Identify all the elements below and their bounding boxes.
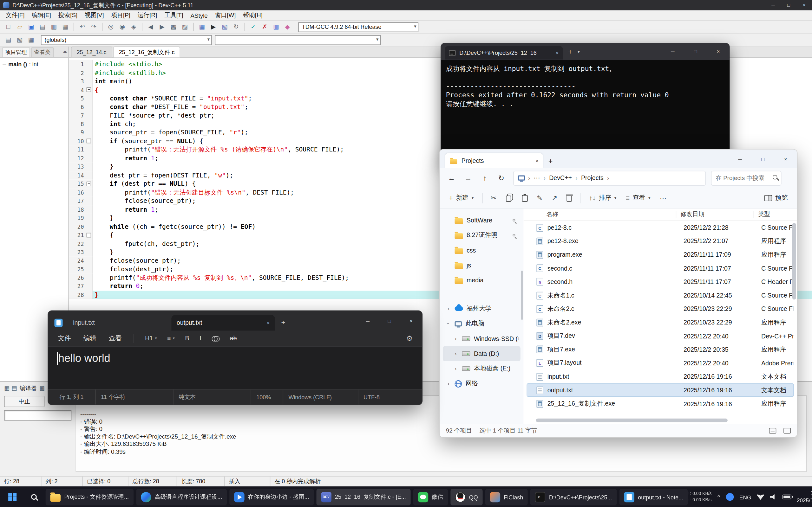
maximize-button[interactable]: □ — [684, 43, 707, 60]
run-icon[interactable]: ▶ — [208, 22, 219, 32]
up-button[interactable]: ↑ — [477, 171, 493, 185]
breadcrumb-item[interactable]: ⋯ — [532, 174, 542, 182]
chevron-icon[interactable]: › — [446, 321, 451, 326]
tab-project-manager[interactable]: 项目管理 — [2, 47, 30, 57]
taskbar-item-qq[interactable]: QQ — [450, 489, 483, 505]
column-header-名称[interactable]: 名称 — [524, 211, 676, 218]
close-panel-icon[interactable]: ▩ — [39, 385, 45, 391]
taskbar-item-explorer[interactable]: Projects - 文件资源管理... — [46, 489, 134, 505]
goto-bookmark-icon[interactable]: ▦ — [26, 35, 37, 45]
file-row[interactable]: second.c2025/11/11 17:07C Source File — [526, 262, 794, 275]
sidebar-item-Data (D:)[interactable]: ›Data (D:) — [443, 346, 520, 361]
file-row[interactable]: 项目7.exe2025/12/2 20:35应用程序 — [526, 343, 794, 356]
file-row[interactable]: second.h2025/11/11 17:07C Header Fil — [526, 275, 794, 289]
new-source-icon[interactable]: □ — [3, 22, 14, 32]
maximize-button[interactable]: □ — [781, 0, 797, 10]
thumbnail-view-icon[interactable] — [783, 428, 791, 434]
breadcrumb-item[interactable]: DevC++ — [548, 174, 573, 182]
column-header-类型[interactable]: 类型 — [754, 211, 797, 218]
replace-icon[interactable]: ◉ — [116, 22, 128, 32]
toggle-bookmark-icon[interactable]: ▧ — [14, 35, 26, 45]
sidebar-item-css[interactable]: ›css — [443, 243, 520, 258]
heading-button[interactable]: H1▾ — [140, 332, 161, 345]
file-row[interactable]: pe12-8.exe2025/12/2 21:07应用程序 — [526, 234, 794, 248]
strikethrough-button[interactable]: ab — [225, 332, 241, 345]
abort-compilation-icon[interactable]: ✗ — [259, 22, 270, 32]
compiler-tab-icon[interactable]: ▦ — [4, 385, 9, 391]
bold-button[interactable]: B — [181, 332, 194, 345]
close-file-icon[interactable]: ▥ — [48, 22, 60, 32]
sort-button[interactable]: ↑↓排序▾ — [585, 190, 621, 206]
column-header-修改日期[interactable]: 修改日期 — [676, 211, 754, 218]
maximize-button[interactable]: □ — [378, 311, 400, 331]
close-button[interactable]: × — [400, 311, 422, 331]
sidebar-item-福州大学[interactable]: ›福州大学 — [443, 301, 520, 316]
close-button[interactable]: × — [774, 150, 797, 168]
input-language-indicator[interactable]: ENG — [740, 494, 751, 500]
hidden-icons-chevron[interactable]: ^ — [717, 493, 720, 501]
tab-close-icon[interactable]: × — [267, 320, 270, 326]
settings-gear-icon[interactable]: ⚙ — [401, 334, 418, 343]
file-row[interactable]: 未命名1.c2025/10/14 22:45C Source File — [526, 289, 794, 302]
find-next-icon[interactable]: ◈ — [128, 22, 139, 32]
sidebar-scrollbar[interactable] — [521, 271, 523, 320]
fold-toggle-icon[interactable]: − — [87, 233, 91, 237]
menu-item[interactable]: 文件 — [52, 332, 77, 345]
scroll-right-icon[interactable]: ▸ — [65, 50, 67, 55]
fold-toggle-icon[interactable]: − — [87, 139, 91, 144]
chevron-icon[interactable]: › — [446, 306, 451, 312]
tab-output-txt[interactable]: output.txt × — [171, 315, 275, 331]
tab-compiler[interactable]: 编译器 — [20, 384, 37, 392]
search-input[interactable] — [711, 170, 781, 185]
open-file-icon[interactable]: ▱ — [14, 22, 26, 32]
wifi-icon[interactable] — [757, 494, 764, 500]
save-file-icon[interactable]: ▣ — [26, 22, 37, 32]
back-button[interactable]: ← — [444, 171, 459, 185]
globals-select[interactable]: (globals) ▾ — [41, 35, 212, 45]
find-icon[interactable]: ◎ — [105, 22, 116, 32]
chevron-icon[interactable]: › — [453, 336, 458, 342]
chevron-icon[interactable]: › — [453, 366, 458, 372]
menu-item[interactable]: 编辑 — [78, 332, 102, 345]
goto-forward-icon[interactable]: ▶ — [156, 22, 168, 32]
tray-app-icon[interactable] — [726, 493, 734, 501]
minimize-button[interactable]: ─ — [765, 0, 781, 10]
menu-item[interactable]: AStyle — [187, 11, 211, 19]
horizontal-scrollbar[interactable] — [536, 418, 728, 422]
save-all-icon[interactable]: ▤ — [37, 22, 48, 32]
notepad-tab-bar[interactable]: input.txt output.txt × + ─ □ × — [48, 311, 422, 331]
scroll-left-icon[interactable]: ◂ — [63, 50, 65, 55]
fold-toggle-icon[interactable]: − — [87, 88, 91, 92]
details-view-icon[interactable] — [769, 428, 776, 434]
chevron-icon[interactable]: › — [446, 381, 451, 387]
link-button[interactable] — [207, 332, 224, 345]
new-tab-button[interactable]: + — [281, 318, 286, 326]
file-row[interactable]: 未命名2.c2025/10/23 22:29C Source File — [526, 302, 794, 316]
taskbar-item-browser[interactable]: 高级语言程序设计课程设... — [136, 489, 227, 505]
menu-item[interactable]: 帮助[H] — [240, 10, 266, 20]
menu-item[interactable]: 工具[T] — [161, 10, 187, 20]
italic-button[interactable]: I — [195, 332, 206, 345]
compile-icon[interactable]: ▦ — [196, 22, 208, 32]
maximize-button[interactable]: □ — [751, 150, 774, 168]
members-select[interactable]: ▾ — [215, 35, 380, 45]
close-button[interactable]: × — [797, 0, 812, 10]
file-row[interactable]: pe12-8.c2025/12/2 21:28C Source File — [526, 221, 794, 234]
project-options-icon[interactable]: ▨ — [179, 22, 191, 32]
breadcrumb[interactable]: ›⋯›DevC++›Projects› — [513, 170, 706, 185]
breadcrumb-item[interactable]: Projects — [579, 174, 605, 182]
minimize-button[interactable]: ─ — [728, 150, 751, 168]
tab-input-txt[interactable]: input.txt — [68, 315, 171, 331]
battery-icon[interactable] — [782, 495, 791, 499]
explorer-tab[interactable]: Projects × — [445, 153, 543, 168]
paste-button[interactable] — [518, 190, 531, 206]
vertical-scrollbar[interactable] — [792, 223, 796, 300]
taskbar-item-notepad[interactable]: output.txt - Note... — [619, 489, 688, 505]
sidebar-item-8.27证件照[interactable]: ›8.27证件照 — [443, 228, 520, 242]
menu-item[interactable]: 项目[P] — [107, 10, 134, 20]
copy-button[interactable] — [502, 190, 516, 206]
menu-item[interactable]: 视图[V] — [81, 10, 107, 20]
rebuild-icon[interactable]: ↻ — [231, 22, 242, 32]
editor-tab-25-12-16[interactable]: 25_12_16_复制文件.c — [113, 47, 181, 57]
tab-close-icon[interactable]: × — [556, 50, 559, 56]
